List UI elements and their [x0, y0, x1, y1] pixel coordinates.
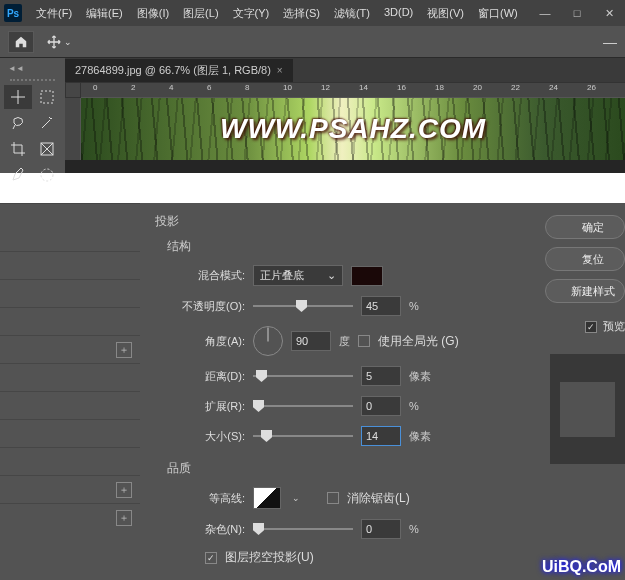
frame-tool[interactable]: [34, 137, 62, 161]
crop-tool[interactable]: [4, 137, 32, 161]
menu-text[interactable]: 文字(Y): [227, 3, 276, 24]
knockout-label: 图层挖空投影(U): [225, 549, 314, 566]
structure-title: 结构: [167, 238, 525, 255]
chevron-down-icon[interactable]: ⌄: [289, 493, 303, 503]
size-slider[interactable]: [253, 430, 353, 442]
menu-filter[interactable]: 滤镜(T): [328, 3, 376, 24]
blend-mode-select[interactable]: 正片叠底 ⌄: [253, 265, 343, 286]
noise-unit: %: [409, 523, 419, 535]
spread-label: 扩展(R):: [155, 399, 245, 414]
noise-slider[interactable]: [253, 523, 353, 535]
plus-icon[interactable]: ＋: [116, 510, 132, 526]
minimize-subwindow[interactable]: —: [603, 34, 617, 50]
plus-icon[interactable]: ＋: [116, 342, 132, 358]
move-tool-options[interactable]: ⌄: [44, 31, 74, 53]
lasso-tool[interactable]: [4, 111, 32, 135]
menu-edit[interactable]: 编辑(E): [80, 3, 129, 24]
spread-unit: %: [409, 400, 419, 412]
quality-title: 品质: [167, 460, 525, 477]
new-style-button[interactable]: 新建样式: [545, 279, 625, 303]
menu-window[interactable]: 窗口(W): [472, 3, 524, 24]
chevron-down-icon: ⌄: [327, 269, 336, 282]
dropdown-icon: ⌄: [64, 37, 72, 47]
preview-box: [550, 354, 625, 464]
knockout-checkbox[interactable]: ✓: [205, 552, 217, 564]
size-input[interactable]: [361, 426, 401, 446]
angle-label: 角度(A):: [155, 334, 245, 349]
move-icon: [47, 35, 61, 49]
noise-label: 杂色(N):: [155, 522, 245, 537]
distance-slider[interactable]: [253, 370, 353, 382]
vertical-ruler[interactable]: [65, 98, 81, 160]
menu-file[interactable]: 文件(F): [30, 3, 78, 24]
angle-unit: 度: [339, 334, 350, 349]
canvas-watermark-text: WWW.PSAHZ.COM: [220, 113, 486, 145]
close-window-button[interactable]: ✕: [597, 4, 621, 22]
size-label: 大小(S):: [155, 429, 245, 444]
shadow-color-swatch[interactable]: [351, 266, 383, 286]
distance-unit: 像素: [409, 369, 431, 384]
horizontal-ruler[interactable]: 0 2 4 6 8 10 12 14 16 18 20 22 24 26: [81, 82, 625, 98]
plus-icon[interactable]: ＋: [116, 482, 132, 498]
preview-label: 预览: [603, 319, 625, 334]
app-logo: Ps: [4, 4, 22, 22]
blend-mode-label: 混合模式:: [155, 268, 245, 283]
collapse-tools[interactable]: ◄◄: [4, 62, 61, 75]
style-list: ＋ ＋ ＋: [0, 203, 140, 580]
spread-slider[interactable]: [253, 400, 353, 412]
opacity-input[interactable]: [361, 296, 401, 316]
size-unit: 像素: [409, 429, 431, 444]
svg-point-2: [41, 169, 53, 181]
angle-input[interactable]: [291, 331, 331, 351]
move-tool[interactable]: [4, 85, 32, 109]
wand-tool[interactable]: [34, 111, 62, 135]
opacity-slider[interactable]: [253, 300, 353, 312]
distance-input[interactable]: [361, 366, 401, 386]
maximize-button[interactable]: □: [565, 4, 589, 22]
global-light-checkbox[interactable]: [358, 335, 370, 347]
menu-view[interactable]: 视图(V): [421, 3, 470, 24]
contour-label: 等高线:: [155, 491, 245, 506]
antialias-checkbox[interactable]: [327, 492, 339, 504]
menu-select[interactable]: 选择(S): [277, 3, 326, 24]
menu-3d[interactable]: 3D(D): [378, 3, 419, 24]
noise-input[interactable]: [361, 519, 401, 539]
canvas[interactable]: WWW.PSAHZ.COM: [81, 98, 625, 160]
style-list-item[interactable]: ＋: [0, 503, 140, 531]
style-list-item[interactable]: ＋: [0, 475, 140, 503]
minimize-button[interactable]: —: [533, 4, 557, 22]
marquee-tool[interactable]: [34, 85, 62, 109]
home-button[interactable]: [8, 31, 34, 53]
contour-swatch[interactable]: [253, 487, 281, 509]
spread-input[interactable]: [361, 396, 401, 416]
opacity-unit: %: [409, 300, 419, 312]
document-tab[interactable]: 27864899.jpg @ 66.7% (图层 1, RGB/8) ×: [65, 59, 293, 82]
opacity-label: 不透明度(O):: [155, 299, 245, 314]
distance-label: 距离(D):: [155, 369, 245, 384]
effect-title: 投影: [155, 213, 525, 230]
home-icon: [14, 35, 28, 49]
document-tab-label: 27864899.jpg @ 66.7% (图层 1, RGB/8): [75, 63, 271, 78]
menu-layer[interactable]: 图层(L): [177, 3, 224, 24]
angle-dial[interactable]: [253, 326, 283, 356]
svg-rect-0: [41, 91, 53, 103]
circle-marquee-tool[interactable]: [34, 163, 62, 187]
ruler-corner: [65, 82, 81, 98]
preview-checkbox[interactable]: ✓: [585, 321, 597, 333]
global-light-label: 使用全局光 (G): [378, 333, 459, 350]
style-list-item[interactable]: ＋: [0, 335, 140, 363]
eyedropper-tool[interactable]: [4, 163, 32, 187]
menu-image[interactable]: 图像(I): [131, 3, 175, 24]
watermark: UiBQ.CoM: [542, 558, 621, 576]
close-tab-icon[interactable]: ×: [277, 65, 283, 76]
ok-button[interactable]: 确定: [545, 215, 625, 239]
reset-button[interactable]: 复位: [545, 247, 625, 271]
antialias-label: 消除锯齿(L): [347, 490, 410, 507]
